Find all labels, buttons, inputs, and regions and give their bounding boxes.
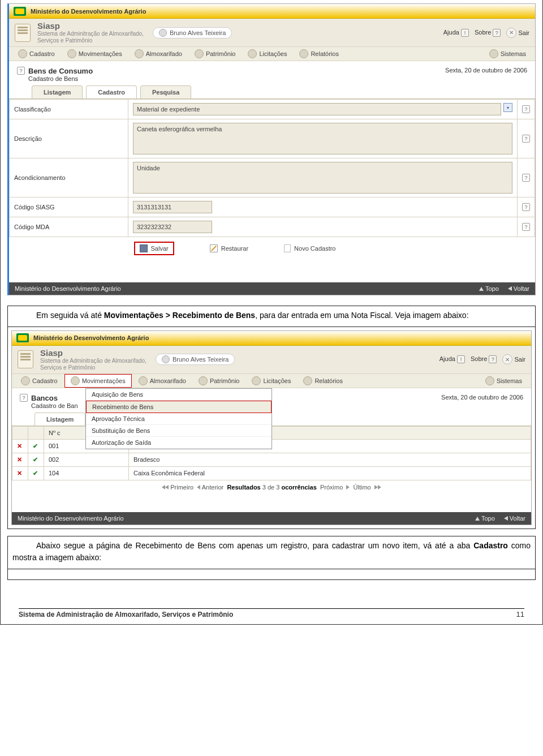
delete-icon[interactable]: ✕ — [12, 439, 28, 453]
instruction-paragraph-2: Abaixo segue a página de Recebimento de … — [7, 536, 536, 569]
dropdown-item-substituicao[interactable]: Substituição de Bens — [86, 425, 272, 437]
header-actions: Ajuda ! Sobre ? ✕ Sair — [439, 354, 525, 364]
pager-last[interactable]: Último — [354, 484, 371, 491]
field-help-icon[interactable]: ? — [522, 105, 530, 113]
tab-cadastro[interactable]: Cadastro — [86, 85, 137, 98]
tab-listagem[interactable]: Listagem — [35, 413, 85, 426]
menu-almoxarifado[interactable]: Almoxarifado — [129, 48, 188, 60]
textarea-descricao[interactable]: Caneta esferográfica vermelha — [133, 123, 512, 154]
menu-icon — [135, 49, 144, 58]
dropdown-item-recebimento[interactable]: Recebimento de Bens — [86, 401, 272, 413]
menu-movimentacoes[interactable]: Movimentações — [62, 48, 128, 60]
voltar-link[interactable]: Voltar — [508, 285, 529, 292]
pager-prev[interactable]: Anterior — [202, 484, 224, 491]
input-codigo-mda[interactable]: 3232323232 — [133, 221, 212, 233]
menu-icon — [489, 49, 498, 58]
header-actions: Ajuda ! Sobre ? ✕ Sair — [443, 28, 529, 38]
field-help-icon[interactable]: ? — [522, 223, 530, 231]
field-help-icon[interactable]: ? — [522, 203, 530, 211]
question-icon: ? — [489, 355, 497, 363]
menu-cadastro[interactable]: Cadastro — [15, 375, 63, 387]
novo-cadastro-button[interactable]: Novo Cadastro — [284, 244, 335, 252]
dropdown-item-aprovacao[interactable]: Aprovação Técnica — [86, 413, 272, 425]
page-title: Bancos — [31, 394, 78, 402]
textarea-acondicionamento[interactable]: Unidade — [133, 162, 512, 194]
question-icon: ? — [493, 29, 501, 37]
about-link[interactable]: Sobre ? — [471, 355, 497, 363]
restaurar-button[interactable]: Restaurar — [210, 244, 248, 252]
help-link[interactable]: Ajuda ! — [443, 29, 469, 37]
menu-almoxarifado[interactable]: Almoxarifado — [133, 375, 192, 387]
save-icon — [140, 244, 148, 252]
menu-icon — [18, 49, 27, 58]
menu-icon — [195, 49, 204, 58]
menu-sistemas[interactable]: Sistemas — [484, 48, 532, 60]
app-subtitle-1: Sistema de Adminitração de Almoxarifado, — [37, 31, 144, 37]
salvar-button[interactable]: Salvar — [134, 242, 174, 255]
user-icon — [162, 355, 170, 363]
footer-bar: Ministério do Desenvolvimento Agrário To… — [9, 282, 535, 295]
user-pill[interactable]: Bruno Alves Teixeira — [156, 354, 235, 365]
delete-icon[interactable]: ✕ — [12, 466, 28, 480]
menu-relatorios[interactable]: Relatórios — [294, 48, 344, 60]
brazil-flag-icon — [16, 333, 29, 342]
check-icon[interactable]: ✔ — [28, 453, 44, 466]
menubar: Cadastro Movimentações Almoxarifado Patr… — [9, 46, 535, 61]
app-subtitle-2: Serviços e Patrimônio — [37, 37, 144, 44]
tab-listagem[interactable]: Listagem — [32, 85, 83, 98]
titlebar: Ministério do Desenvolvimento Agrário — [9, 4, 535, 19]
table-row[interactable]: ✕ ✔ 002 Bradesco — [12, 453, 531, 466]
tab-pesquisa[interactable]: Pesquisa — [140, 85, 191, 98]
menu-movimentacoes[interactable]: Movimentações — [64, 374, 132, 388]
page-head: ? Bens de Consumo Cadastro de Bens Sexta… — [9, 61, 535, 85]
user-name: Bruno Alves Teixeira — [170, 29, 226, 36]
dropdown-item-autorizacao[interactable]: Autorização de Saída — [86, 437, 272, 449]
field-help-icon[interactable]: ? — [522, 174, 530, 182]
input-codigo-siasg[interactable]: 3131313131 — [133, 201, 212, 213]
menu-patrimonio[interactable]: Patrimônio — [189, 48, 242, 60]
dropdown-item-aquisicao[interactable]: Aquisição de Bens — [86, 389, 272, 401]
page-title: Bens de Consumo — [28, 67, 93, 75]
about-link[interactable]: Sobre ? — [475, 29, 501, 37]
row-name: Caixa Econômica Federal — [129, 466, 531, 480]
user-pill[interactable]: Bruno Alves Teixeira — [153, 27, 232, 38]
footer-system-name: Sistema de Administração de Almoxarifado… — [19, 611, 233, 618]
app-name: Siasp — [40, 348, 146, 358]
table-row[interactable]: ✕ ✔ 104 Caixa Econômica Federal — [12, 466, 531, 480]
ministry-title: Ministério do Desenvolvimento Agrário — [33, 334, 149, 341]
check-icon[interactable]: ✔ — [28, 439, 44, 453]
pager-first[interactable]: Primeiro — [170, 484, 193, 491]
titlebar: Ministério do Desenvolvimento Agrário — [12, 331, 531, 346]
exit-button[interactable]: ✕ Sair — [502, 354, 525, 364]
screenshot-siasp-bancos: Ministério do Desenvolvimento Agrário Si… — [11, 330, 532, 525]
footer-bar: Ministério do Desenvolvimento Agrário To… — [12, 512, 531, 525]
row-name: Bradesco — [129, 453, 531, 466]
check-icon[interactable]: ✔ — [28, 466, 44, 480]
topo-link[interactable]: Topo — [479, 285, 499, 292]
menu-sistemas[interactable]: Sistemas — [480, 375, 528, 387]
pager-occ-label: ocorrências — [281, 484, 316, 491]
select-classificacao[interactable]: Material de expediente — [133, 103, 501, 115]
menu-licitacoes[interactable]: Licitações — [242, 48, 292, 60]
help-icon[interactable]: ? — [17, 67, 25, 75]
chevron-down-icon[interactable]: ▾ — [503, 103, 512, 112]
field-help-icon[interactable]: ? — [522, 135, 530, 143]
brazil-flag-icon — [14, 7, 26, 16]
menu-licitacoes[interactable]: Licitações — [246, 375, 296, 387]
movimentacoes-dropdown: Aquisição de Bens Recebimento de Bens Ap… — [85, 388, 272, 449]
menu-patrimonio[interactable]: Patrimônio — [193, 375, 245, 387]
menu-cadastro[interactable]: Cadastro — [12, 48, 61, 60]
help-link[interactable]: Ajuda ! — [439, 355, 465, 363]
label-acondicionamento: Acondicionamento — [10, 158, 128, 197]
pager-next[interactable]: Próximo — [320, 484, 343, 491]
voltar-link[interactable]: Voltar — [504, 515, 525, 522]
screenshot-siasp-bens-de-consumo: Ministério do Desenvolvimento Agrário Si… — [7, 3, 536, 295]
delete-icon[interactable]: ✕ — [12, 453, 28, 466]
user-icon — [159, 29, 167, 37]
exit-button[interactable]: ✕ Sair — [506, 28, 529, 38]
menu-relatorios[interactable]: Relatórios — [298, 375, 348, 387]
topo-link[interactable]: Topo — [475, 515, 495, 522]
help-icon[interactable]: ? — [20, 394, 28, 402]
footer-ministry: Ministério do Desenvolvimento Agrário — [18, 515, 124, 522]
app-name-block: Siasp Sistema de Adminitração de Almoxar… — [40, 348, 146, 371]
